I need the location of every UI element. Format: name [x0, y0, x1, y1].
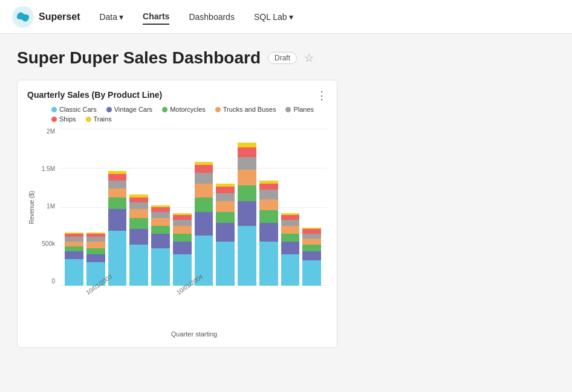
chart-title: Quarterly Sales (By Product Line) — [27, 90, 162, 100]
bar-segment — [259, 190, 278, 199]
bar-group — [216, 184, 235, 286]
bar-segment — [259, 184, 278, 190]
bar-segment — [238, 143, 256, 147]
bar-segment — [281, 215, 300, 220]
bar-segment — [151, 218, 170, 226]
bar-segment — [151, 226, 170, 234]
bar-segment — [281, 254, 300, 286]
star-icon[interactable]: ☆ — [304, 51, 314, 65]
bar-segment — [216, 201, 235, 212]
chart-plot — [59, 129, 327, 286]
bar-group — [129, 194, 148, 286]
bar-segment — [129, 209, 148, 219]
nav-data[interactable]: Data ▾ — [99, 10, 123, 24]
bar-segment — [108, 174, 127, 180]
y-tick: 500k — [37, 241, 55, 247]
x-axis-label: Quarter starting — [27, 330, 327, 338]
bar-segment — [238, 201, 256, 227]
legend-dot — [162, 107, 167, 112]
bar-segment — [129, 218, 148, 229]
chart-card: Quarterly Sales (By Product Line) ⋮ Clas… — [17, 80, 337, 348]
legend-item: Classic Cars — [51, 106, 97, 113]
bar-segment — [151, 248, 170, 286]
bar-segment — [65, 246, 83, 251]
bar-segment — [238, 226, 256, 286]
legend-dot — [106, 107, 112, 112]
chart-header: Quarterly Sales (By Product Line) ⋮ — [27, 90, 327, 101]
bar-segment — [238, 147, 256, 157]
nav-dashboards[interactable]: Dashboards — [189, 10, 235, 24]
nav-charts[interactable]: Charts — [143, 9, 169, 25]
legend-dot — [51, 117, 57, 122]
bar-segment — [302, 234, 321, 239]
legend-label: Vintage Cars — [114, 106, 152, 113]
bar-segment — [238, 185, 256, 201]
bar-segment — [86, 237, 105, 242]
bar-segment — [216, 193, 235, 201]
bar-group — [195, 162, 213, 286]
legend-item: Planes — [285, 106, 314, 113]
bar-segment — [173, 242, 192, 254]
bar-segment — [86, 248, 105, 254]
y-tick: 1M — [37, 204, 55, 210]
bar-segment — [281, 220, 300, 226]
dashboard-header: Super Duper Sales Dashboard Draft ☆ — [17, 48, 555, 68]
chevron-down-icon: ▾ — [119, 12, 123, 22]
bar-segment — [108, 181, 127, 188]
legend-dot — [215, 107, 221, 112]
legend-label: Trains — [94, 115, 112, 123]
legend-label: Motorcycles — [170, 106, 206, 113]
bar-segment — [259, 199, 278, 210]
bar-segment — [216, 187, 235, 193]
nav-sqllab[interactable]: SQL Lab ▾ — [254, 10, 293, 24]
legend-label: Planes — [293, 106, 314, 113]
bar-segment — [65, 237, 83, 242]
bar-segment — [216, 212, 235, 223]
bar-segment — [65, 259, 83, 286]
logo-icon — [12, 6, 34, 28]
bar-segment — [195, 173, 213, 184]
bar-segment — [173, 215, 192, 220]
bar-segment — [151, 234, 170, 248]
more-options-icon[interactable]: ⋮ — [316, 90, 327, 101]
bar-segment — [302, 245, 321, 251]
bar-segment — [151, 212, 170, 218]
legend-dot — [51, 107, 57, 112]
bar-segment — [173, 226, 192, 234]
chart-legend: Classic CarsVintage CarsMotorcyclesTruck… — [27, 106, 327, 123]
bar-segment — [259, 223, 278, 242]
bar-segment — [281, 234, 300, 242]
main-content: Super Duper Sales Dashboard Draft ☆ Quar… — [0, 34, 572, 392]
bar-segment — [129, 202, 148, 208]
bar-segment — [108, 198, 127, 208]
legend-item: Motorcycles — [162, 106, 206, 113]
bar-segment — [302, 229, 321, 234]
bar-group — [151, 205, 170, 286]
legend-item: Vintage Cars — [106, 106, 152, 113]
legend-label: Trucks and Buses — [223, 106, 276, 113]
bar-group — [173, 213, 192, 286]
bar-segment — [195, 184, 213, 198]
y-tick: 1.5M — [37, 166, 55, 172]
bar-group — [65, 233, 83, 286]
y-tick: 2M — [37, 129, 55, 135]
legend-item: Trains — [86, 115, 112, 123]
bar-segment — [129, 229, 148, 245]
y-tick: 0 — [37, 278, 55, 284]
bar-segment — [281, 242, 300, 254]
bar-segment — [238, 157, 256, 170]
bar-segment — [216, 223, 235, 242]
x-axis-ticks: 10/01/200310/01/2004 — [27, 288, 287, 312]
logo[interactable]: Superset — [12, 6, 80, 28]
y-axis: 0500k1M1.5M2M — [37, 129, 59, 286]
bar-segment — [129, 245, 148, 286]
logo-text: Superset — [39, 11, 80, 22]
navbar: Superset Data ▾ Charts Dashboards SQL La… — [0, 0, 572, 34]
legend-label: Classic Cars — [59, 106, 97, 113]
legend-dot — [285, 107, 291, 112]
bar-segment — [302, 239, 321, 245]
bar-segment — [195, 198, 213, 211]
bar-segment — [281, 226, 300, 234]
bar-segment — [216, 242, 235, 286]
bar-group — [302, 228, 321, 286]
